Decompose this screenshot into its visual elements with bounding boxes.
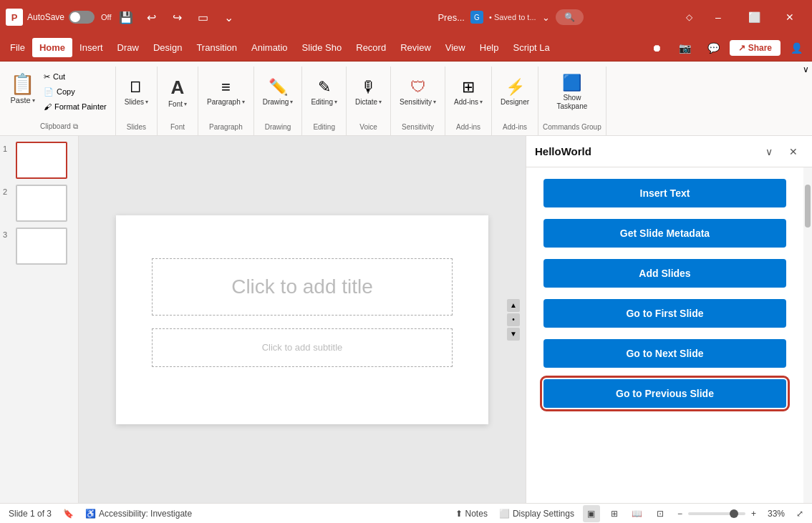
undo-btn[interactable]: ↩: [142, 7, 162, 27]
ribbon-collapse-btn[interactable]: ∨: [803, 62, 809, 74]
slide-thumb-2[interactable]: 2: [3, 185, 75, 222]
bookmark-btn[interactable]: 🔖: [60, 507, 77, 520]
slides-btn[interactable]: 🗌 Slides▾: [120, 69, 153, 115]
menu-transition[interactable]: Transition: [189, 38, 244, 57]
comment-btn[interactable]: 💬: [701, 38, 727, 58]
close-btn[interactable]: ✕: [773, 6, 806, 29]
minimize-btn[interactable]: –: [702, 6, 735, 29]
redo-btn[interactable]: ↪: [168, 7, 188, 27]
title-bar-right: ◇ – ⬜ ✕: [679, 6, 806, 29]
go-to-next-slide-btn[interactable]: Go to Next Slide: [543, 339, 786, 368]
notes-btn[interactable]: ⬆ Notes: [453, 507, 490, 520]
insert-text-btn[interactable]: Insert Text: [543, 179, 786, 207]
slide-preview-2[interactable]: [16, 185, 67, 222]
slide-thumb-3[interactable]: 3: [3, 228, 75, 265]
slide-sorter-btn[interactable]: ⊞: [606, 505, 623, 522]
ribbon-group-designer: ⚡ Designer Add-ins: [492, 67, 538, 135]
share-button[interactable]: ↗ Share: [730, 40, 780, 56]
add-slides-btn[interactable]: Add Slides: [543, 259, 786, 288]
sensitivity-group-label: Sensitivity: [395, 123, 440, 132]
zoom-out-btn[interactable]: −: [675, 507, 685, 520]
menu-review[interactable]: Review: [393, 38, 438, 57]
scroll-mid-btn[interactable]: •: [507, 313, 520, 326]
paste-btn[interactable]: 📋 Paste▾: [7, 69, 38, 107]
taskpane-scrollbar[interactable]: [803, 167, 812, 503]
menu-file[interactable]: File: [3, 38, 32, 57]
drawing-btn[interactable]: ✏️ Drawing▾: [258, 69, 298, 115]
slide-thumb-1[interactable]: 1: [3, 142, 75, 179]
notes-label: Notes: [465, 509, 488, 519]
clipboard-expand[interactable]: ⧉: [73, 122, 78, 130]
taskpane: HelloWorld ∨ ✕ Insert Text Get Slide Met…: [526, 136, 812, 503]
menu-view[interactable]: View: [438, 38, 473, 57]
camera-btn[interactable]: 📷: [672, 38, 698, 58]
save-chevron[interactable]: ⌄: [542, 12, 550, 23]
subtitle-placeholder[interactable]: Click to add subtitle: [152, 328, 453, 367]
scroll-down-btn[interactable]: ▼: [507, 328, 520, 341]
customize-btn[interactable]: ⌄: [219, 7, 239, 27]
menu-home[interactable]: Home: [32, 38, 72, 57]
user-btn[interactable]: 👤: [783, 38, 809, 58]
title-placeholder[interactable]: Click to add title: [152, 258, 453, 316]
editing-btn[interactable]: ✎ Editing▾: [306, 69, 342, 115]
addins-group-label: Add-ins: [450, 123, 487, 132]
get-slide-metadata-btn[interactable]: Get Slide Metadata: [543, 219, 786, 248]
font-btn[interactable]: A Font▾: [162, 69, 193, 115]
share-icon: ↗: [738, 43, 745, 53]
slide-preview-3[interactable]: [16, 228, 67, 265]
copy-btn[interactable]: 📄Copy: [39, 84, 111, 99]
autosave-label: AutoSave: [27, 12, 64, 22]
menu-script-lab[interactable]: Script La: [506, 38, 557, 57]
menu-insert[interactable]: Insert: [72, 38, 110, 57]
fit-slide-btn[interactable]: ⤢: [793, 507, 806, 520]
menu-design[interactable]: Design: [146, 38, 189, 57]
restore-btn[interactable]: ⬜: [738, 6, 770, 29]
search-bar[interactable]: 🔍: [556, 9, 584, 25]
sensitivity-btn[interactable]: 🛡 Sensitivity▾: [395, 69, 440, 115]
cut-btn[interactable]: ✂Cut: [39, 69, 111, 84]
scroll-up-btn[interactable]: ▲: [507, 299, 520, 312]
save-icon-btn[interactable]: 💾: [116, 7, 136, 27]
display-label: Display Settings: [513, 509, 574, 519]
zoom-in-btn[interactable]: +: [748, 507, 759, 520]
reading-view-btn[interactable]: 📖: [629, 505, 646, 522]
normal-view-btn[interactable]: ▣: [583, 505, 600, 522]
accessibility-btn[interactable]: ♿ Accessibility: Investigate: [82, 507, 195, 520]
autosave-toggle[interactable]: [69, 11, 95, 24]
menu-slideshow[interactable]: Slide Sho: [295, 38, 349, 57]
title-bar-left: P AutoSave Off 💾 ↩ ↪ ▭ ⌄: [6, 7, 342, 27]
zoom-slider-track[interactable]: [688, 512, 745, 515]
presenter-btn[interactable]: ⊡: [652, 505, 669, 522]
taskpane-close-btn[interactable]: ✕: [783, 142, 803, 162]
display-icon: ⬜: [499, 509, 510, 519]
menu-record[interactable]: Record: [349, 38, 393, 57]
clipboard-small-btns: ✂Cut 📄Copy 🖌Format Painter: [39, 69, 111, 114]
quick-access-btn[interactable]: ▭: [193, 7, 213, 27]
slide-preview-1[interactable]: [16, 142, 67, 179]
dictate-btn[interactable]: 🎙 Dictate▾: [351, 69, 386, 115]
ribbon-group-drawing: ✏️ Drawing▾ Drawing: [254, 67, 303, 135]
display-settings-btn[interactable]: ⬜ Display Settings: [496, 507, 577, 520]
menu-animation[interactable]: Animatio: [244, 38, 295, 57]
show-taskpane-btn[interactable]: 🟦 ShowTaskpane: [552, 69, 591, 115]
format-painter-btn[interactable]: 🖌Format Painter: [39, 99, 111, 114]
paragraph-btn[interactable]: ≡ Paragraph▾: [203, 69, 249, 115]
taskpane-content: Insert Text Get Slide Metadata Add Slide…: [526, 167, 803, 503]
diamond-icon[interactable]: ◇: [679, 7, 699, 27]
ribbon-group-commands: 🟦 ShowTaskpane Commands Group: [538, 67, 606, 135]
go-to-first-slide-btn[interactable]: Go to First Slide: [543, 299, 786, 328]
menu-help[interactable]: Help: [473, 38, 506, 57]
record-icon-btn[interactable]: ⏺: [644, 38, 670, 58]
scrollbar-thumb[interactable]: [805, 185, 811, 228]
slides-group-label: Slides: [120, 123, 153, 132]
zoom-level[interactable]: 33%: [765, 507, 788, 520]
go-to-previous-slide-btn[interactable]: Go to Previous Slide: [543, 379, 786, 408]
ribbon-group-slides: 🗌 Slides▾ Slides: [116, 67, 158, 135]
zoom-slider-thumb[interactable]: [730, 509, 738, 518]
addins-btn[interactable]: ⊞ Add-ins▾: [450, 69, 487, 115]
app-logo: P: [6, 9, 23, 26]
save-status: • Saved to t...: [489, 13, 536, 21]
menu-draw[interactable]: Draw: [110, 38, 146, 57]
taskpane-collapse-btn[interactable]: ∨: [759, 142, 779, 162]
designer-btn[interactable]: ⚡ Designer: [496, 69, 533, 115]
